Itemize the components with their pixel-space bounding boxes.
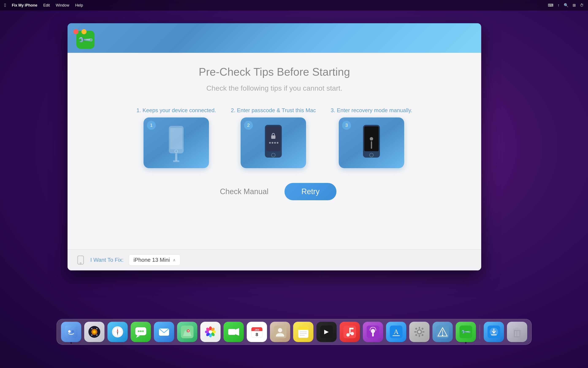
dock-separator <box>480 324 480 339</box>
svg-point-40 <box>142 331 144 332</box>
desktop: 🔧 Pre-Check Tips Before Starting Check t… <box>0 10 588 347</box>
svg-rect-87 <box>422 331 424 332</box>
svg-rect-65 <box>298 329 308 330</box>
buttons-row: Check Manual Retry <box>212 183 336 200</box>
svg-rect-84 <box>419 327 420 329</box>
tips-row: 1. Keeps your device connected. 1 <box>136 107 412 168</box>
dock-item-safari[interactable] <box>107 322 128 342</box>
svg-point-10 <box>274 142 276 144</box>
tip-card-2: 2 <box>241 118 306 168</box>
dock-item-fixiphone[interactable]: 🔧 <box>456 322 476 342</box>
finder-active-dot <box>70 342 72 344</box>
help-menu[interactable]: Help <box>75 3 83 8</box>
contacts-icon <box>274 326 286 338</box>
svg-rect-78 <box>372 333 374 337</box>
dropdown-chevron-icon: ∧ <box>173 258 176 262</box>
dock-item-finder[interactable] <box>61 322 81 342</box>
svg-point-19 <box>80 263 81 264</box>
dock-item-photos[interactable] <box>200 322 221 342</box>
arrow-up-icon: ↑ <box>558 3 560 8</box>
controls-icon[interactable]: ⊞ <box>573 3 576 8</box>
svg-point-22 <box>71 330 74 333</box>
check-manual-button[interactable]: Check Manual <box>212 183 276 200</box>
dock-item-trash[interactable] <box>507 322 527 342</box>
svg-point-83 <box>418 331 421 333</box>
dock-item-downloader[interactable] <box>484 322 504 342</box>
svg-rect-1 <box>170 128 182 149</box>
time-icon: ⏱ <box>580 3 584 8</box>
dock-item-appstore[interactable]: A <box>386 322 406 342</box>
svg-point-53 <box>209 330 212 334</box>
tip-number-3: 3 <box>342 121 351 130</box>
music-icon <box>343 326 356 338</box>
appletv-icon: ▶ <box>320 326 333 338</box>
dock-item-podcasts[interactable] <box>363 322 383 342</box>
svg-point-72 <box>346 333 350 337</box>
svg-marker-37 <box>136 335 140 338</box>
dock-container: JAN 8 <box>0 315 588 347</box>
svg-rect-3 <box>175 153 177 161</box>
notes-icon <box>297 326 310 338</box>
dock-item-altool[interactable] <box>432 322 453 342</box>
dock-item-calendar[interactable]: JAN 8 <box>247 322 267 342</box>
tip-card-1: 1 <box>143 118 209 168</box>
tip-item-2: 2. Enter passcode & Trust this Mac 2 <box>231 107 316 168</box>
svg-rect-85 <box>419 335 420 337</box>
dock-item-mail[interactable] <box>154 322 174 342</box>
svg-point-95 <box>442 335 443 336</box>
svg-rect-54 <box>228 329 236 335</box>
search-icon[interactable]: 🔍 <box>564 3 568 8</box>
svg-text:▶: ▶ <box>324 328 329 335</box>
app-menu-name[interactable]: Fix My iPhone <box>12 3 37 8</box>
tip-label-1: 1. Keeps your device connected. <box>136 107 216 114</box>
launchpad-icon <box>88 326 101 338</box>
downloader-icon <box>488 326 500 338</box>
tip-label-3: 3. Enter recovery mode manually. <box>331 107 412 114</box>
svg-point-28 <box>91 334 92 336</box>
svg-rect-90 <box>415 334 417 336</box>
connected-device-illustration <box>162 122 190 164</box>
svg-marker-55 <box>236 328 239 336</box>
dock-item-appletv[interactable]: ▶ <box>316 322 337 342</box>
svg-rect-4 <box>173 160 179 162</box>
menubar:  Fix My iPhone Edit Window Help ⌨ ↑ 🔍 ⊞… <box>0 0 588 10</box>
selected-device-name: iPhone 13 Mini <box>134 257 170 263</box>
device-dropdown[interactable]: iPhone 13 Mini ∧ <box>129 254 180 266</box>
dock-item-systemprefs[interactable] <box>409 322 429 342</box>
svg-rect-18 <box>78 256 84 264</box>
dock-item-notes[interactable] <box>293 322 313 342</box>
svg-rect-91 <box>421 334 424 336</box>
passcode-device-illustration <box>261 122 286 164</box>
svg-point-44 <box>188 330 189 331</box>
menubar-right: ⌨ ↑ 🔍 ⊞ ⏱ <box>548 3 584 8</box>
appstore-icon: A <box>390 326 402 338</box>
safari-icon <box>111 326 124 338</box>
window-menu[interactable]: Window <box>56 3 69 8</box>
altool-icon <box>436 326 449 338</box>
svg-point-21 <box>68 330 71 333</box>
dock-item-contacts[interactable] <box>270 322 290 342</box>
tip-number-2: 2 <box>244 121 253 130</box>
dock-item-music[interactable] <box>339 322 360 342</box>
svg-point-77 <box>371 329 375 333</box>
dock-item-launchpad[interactable] <box>84 322 105 342</box>
dock: JAN 8 <box>57 319 532 345</box>
window-close-button[interactable] <box>73 29 79 34</box>
svg-point-8 <box>269 142 271 144</box>
svg-point-26 <box>91 328 92 329</box>
dock-item-facetime[interactable] <box>223 322 244 342</box>
svg-point-38 <box>138 331 140 332</box>
dock-item-messages[interactable] <box>131 322 151 342</box>
svg-rect-20 <box>65 326 78 338</box>
photos-icon <box>204 326 217 338</box>
retry-button[interactable]: Retry <box>285 183 336 200</box>
apple-menu[interactable]:  <box>4 2 6 8</box>
tip-label-2: 2. Enter passcode & Trust this Mac <box>231 107 316 114</box>
tip-item-1: 1. Keeps your device connected. 1 <box>136 107 216 168</box>
edit-menu[interactable]: Edit <box>43 3 50 8</box>
facetime-icon <box>227 326 240 338</box>
dock-item-maps[interactable] <box>177 322 197 342</box>
svg-rect-7 <box>271 135 276 139</box>
tip-number-1: 1 <box>147 121 156 130</box>
mail-icon <box>158 326 170 338</box>
